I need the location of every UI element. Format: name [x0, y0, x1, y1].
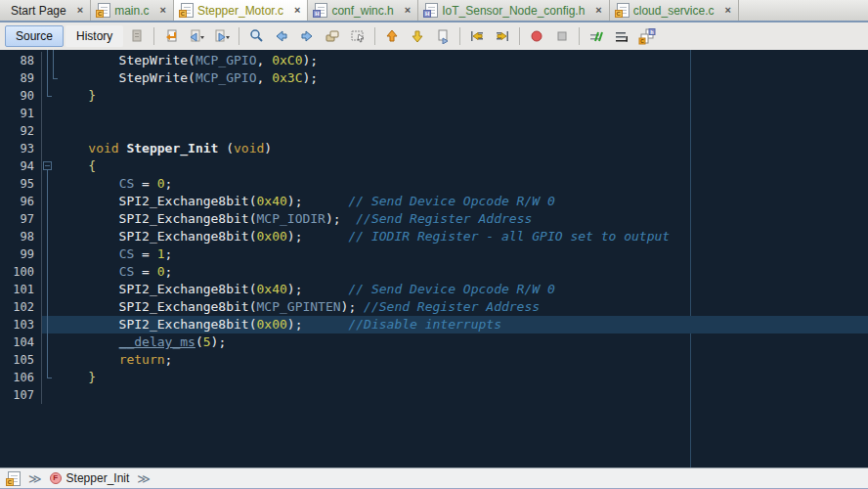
close-tab-button[interactable]: ×	[294, 5, 300, 16]
code-editor[interactable]: 88 StepWrite(MCP_GPIO, 0xC0);89 StepWrit…	[0, 50, 868, 467]
code-token: );	[326, 211, 356, 226]
code-line-text: SPI2_Exchange8bit(0x00); // IODIR Regist…	[42, 228, 868, 245]
code-token	[58, 176, 119, 191]
c-file-badge: C	[6, 478, 14, 486]
tab-start-page[interactable]: Start Page×	[0, 0, 91, 21]
code-token: )	[264, 141, 272, 156]
rectangular-selection-button[interactable]	[346, 25, 369, 47]
line-number[interactable]: 88	[0, 52, 42, 69]
file-icon-line	[428, 7, 435, 8]
code-token: ;	[165, 246, 173, 261]
close-tab-button[interactable]: ×	[159, 5, 165, 16]
line-number[interactable]: 90	[0, 87, 42, 105]
tab-iot-sensor-node-config-h[interactable]: HIoT_Sensor_Node_config.h×	[418, 0, 610, 21]
code-line-94[interactable]: 94 {	[0, 157, 868, 175]
tab-stepper-motor-c[interactable]: CStepper_Motor.c×	[174, 0, 309, 21]
fold-collapse-box[interactable]	[43, 161, 52, 170]
tab-main-c[interactable]: Cmain.c×	[91, 0, 174, 21]
code-line-92[interactable]: 92	[0, 122, 868, 140]
line-number[interactable]: 93	[0, 140, 42, 157]
editor-tab-bar: Start Page×Cmain.c×CStepper_Motor.c×Hcon…	[0, 0, 868, 22]
toggle-bookmark-button[interactable]	[431, 25, 455, 47]
tab-label: Stepper_Motor.c	[197, 4, 283, 18]
code-token: 0xC0	[272, 53, 302, 67]
tab-conf-winc-h[interactable]: Hconf_winc.h×	[308, 0, 418, 21]
code-line-93[interactable]: 93 void Stepper_Init (void)	[0, 140, 868, 157]
breadcrumb-item-stepper_init[interactable]: FStepper_Init	[50, 471, 130, 485]
comment-icon	[588, 28, 604, 44]
versioning-diff-button[interactable]	[125, 25, 149, 47]
line-number[interactable]: 89	[0, 69, 42, 87]
line-number[interactable]: 96	[0, 193, 42, 210]
code-line-89[interactable]: 89 StepWrite(MCP_GPIO, 0x3C);	[0, 69, 868, 87]
code-line-text: __delay_ms(5);	[42, 333, 868, 351]
line-number[interactable]: 98	[0, 228, 42, 245]
history-view-button[interactable]: History	[65, 25, 123, 47]
close-tab-button[interactable]: ×	[405, 5, 411, 16]
line-number[interactable]: 105	[0, 351, 42, 369]
toggle-highlight-search-button[interactable]	[321, 25, 344, 47]
code-token: CS	[119, 176, 135, 191]
code-token	[58, 246, 119, 261]
line-number[interactable]: 92	[0, 122, 42, 140]
next-bookmark-button[interactable]	[406, 25, 429, 47]
code-line-97[interactable]: 97 SPI2_Exchange8bit(MCP_IODIR); //Send …	[0, 210, 868, 228]
code-line-106[interactable]: 106 }	[0, 369, 868, 386]
code-line-107[interactable]: 107	[0, 386, 868, 404]
line-number[interactable]: 103	[0, 316, 42, 333]
toolbar-separator	[519, 27, 520, 45]
code-token: 0x40	[257, 282, 287, 296]
code-line-102[interactable]: 102 SPI2_Exchange8bit(MCP_GPINTEN); //Se…	[0, 298, 868, 316]
code-line-96[interactable]: 96 SPI2_Exchange8bit(0x40); // Send Devi…	[0, 193, 868, 210]
line-number[interactable]: 101	[0, 281, 42, 298]
tab-cloud-service-c[interactable]: Ccloud_service.c×	[610, 0, 739, 21]
close-tab-button[interactable]: ×	[595, 5, 601, 16]
last-edit-location-button[interactable]	[159, 25, 183, 47]
code-line-88[interactable]: 88 StepWrite(MCP_GPIO, 0xC0);	[0, 52, 868, 69]
code-line-95[interactable]: 95 CS = 0;	[0, 175, 868, 193]
shift-line-left-button[interactable]	[465, 25, 489, 47]
comment-button[interactable]	[585, 25, 608, 47]
code-line-105[interactable]: 105 return;	[0, 351, 868, 369]
line-number[interactable]: 104	[0, 333, 42, 351]
find-next-button[interactable]	[295, 25, 319, 47]
line-number[interactable]: 100	[0, 263, 42, 281]
line-number[interactable]: 106	[0, 369, 42, 386]
code-line-text: StepWrite(MCP_GPIO, 0xC0);	[42, 52, 868, 69]
line-number[interactable]: 95	[0, 175, 42, 193]
start-macro-recording-button[interactable]	[525, 25, 548, 47]
find-previous-button[interactable]	[270, 25, 293, 47]
code-line-text: SPI2_Exchange8bit(0x40); // Send Device …	[42, 193, 868, 210]
code-token: SPI2_Exchange8bit(	[58, 194, 257, 208]
code-line-90[interactable]: 90 }	[0, 87, 868, 105]
line-number[interactable]: 99	[0, 245, 42, 263]
navigate-back-button[interactable]	[185, 25, 208, 47]
find-selection-button[interactable]	[244, 25, 268, 47]
code-line-100[interactable]: 100 CS = 0;	[0, 263, 868, 281]
tab-label: conf_winc.h	[331, 4, 393, 18]
uncomment-button[interactable]	[610, 25, 633, 47]
line-number[interactable]: 102	[0, 298, 42, 316]
line-number[interactable]: 91	[0, 105, 42, 122]
line-number[interactable]: 107	[0, 386, 42, 404]
line-number[interactable]: 97	[0, 210, 42, 228]
stop-macro-recording-button[interactable]	[550, 25, 574, 47]
code-line-101[interactable]: 101 SPI2_Exchange8bit(0x40); // Send Dev…	[0, 281, 868, 298]
code-line-text: }	[42, 87, 868, 105]
code-token: CS	[119, 246, 135, 261]
navigate-forward-button[interactable]	[210, 25, 234, 47]
code-line-91[interactable]: 91	[0, 105, 868, 122]
source-view-button[interactable]: Source	[5, 25, 64, 47]
close-tab-button[interactable]: ×	[725, 5, 731, 16]
close-tab-button[interactable]: ×	[77, 5, 83, 16]
shift-line-right-button[interactable]	[491, 25, 514, 47]
code-line-99[interactable]: 99 CS = 1;	[0, 245, 868, 263]
code-line-98[interactable]: 98 SPI2_Exchange8bit(0x00); // IODIR Reg…	[0, 228, 868, 245]
last-edit-location-icon	[163, 28, 179, 44]
toggle-header-source-button[interactable]: h C	[635, 25, 659, 47]
code-line-text	[42, 386, 868, 404]
line-number[interactable]: 94	[0, 157, 42, 175]
code-line-104[interactable]: 104 __delay_ms(5);	[0, 333, 868, 351]
code-line-103[interactable]: 103 SPI2_Exchange8bit(0x00); //Disable i…	[0, 316, 868, 333]
previous-bookmark-button[interactable]	[380, 25, 404, 47]
